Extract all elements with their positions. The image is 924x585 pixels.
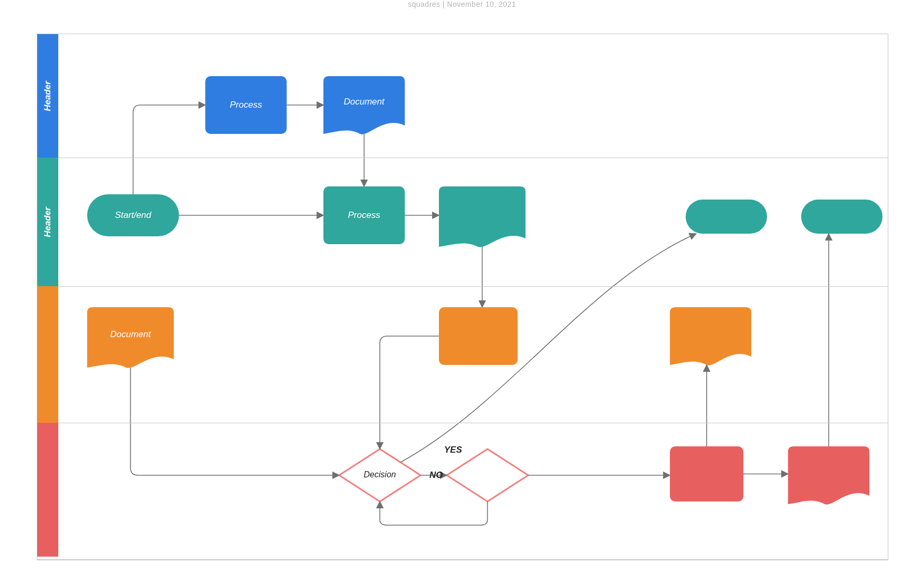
proc1[interactable]: Process	[205, 76, 287, 134]
lane-divider	[58, 423, 888, 423]
edge-label-yes: YES	[444, 445, 462, 455]
edge-label-no: NO	[429, 470, 443, 480]
lane-header-2	[37, 286, 58, 423]
lane-divider	[58, 158, 888, 158]
lane-header-1: Header	[37, 158, 58, 286]
start[interactable]: Start/end	[87, 194, 179, 236]
proc3[interactable]	[439, 307, 518, 365]
shape-label: Document	[344, 97, 385, 107]
term2[interactable]	[801, 200, 883, 234]
shape-label: Process	[348, 210, 380, 221]
connector	[380, 336, 439, 449]
lane-header-0: Header	[37, 34, 58, 158]
swimlane-frame: DocumentDocumentDecision YES NO HeaderHe…	[37, 34, 888, 560]
doc1[interactable]: Document	[323, 76, 405, 134]
connector	[133, 105, 206, 194]
doc3[interactable]: Document	[87, 307, 174, 368]
decision2[interactable]	[447, 449, 528, 502]
doc2[interactable]	[439, 186, 526, 247]
doc4[interactable]	[670, 307, 751, 365]
decision1[interactable]: Decision	[339, 449, 421, 502]
connector	[131, 368, 340, 475]
diagram-canvas: DocumentDocumentDecision	[37, 34, 888, 559]
lane-header-3	[37, 423, 58, 557]
doc5[interactable]	[788, 446, 869, 505]
shape-label: Document	[110, 329, 152, 339]
shape-label: Decision	[364, 470, 396, 479]
proc2[interactable]: Process	[323, 186, 405, 244]
shape-label: Process	[230, 100, 262, 110]
lane-divider	[58, 286, 888, 287]
shape-label: Start/end	[115, 210, 151, 221]
connector	[380, 502, 488, 525]
meta-text: squadres | November 10, 2021	[408, 0, 516, 8]
term1[interactable]	[686, 200, 767, 234]
proc4[interactable]	[670, 446, 743, 502]
